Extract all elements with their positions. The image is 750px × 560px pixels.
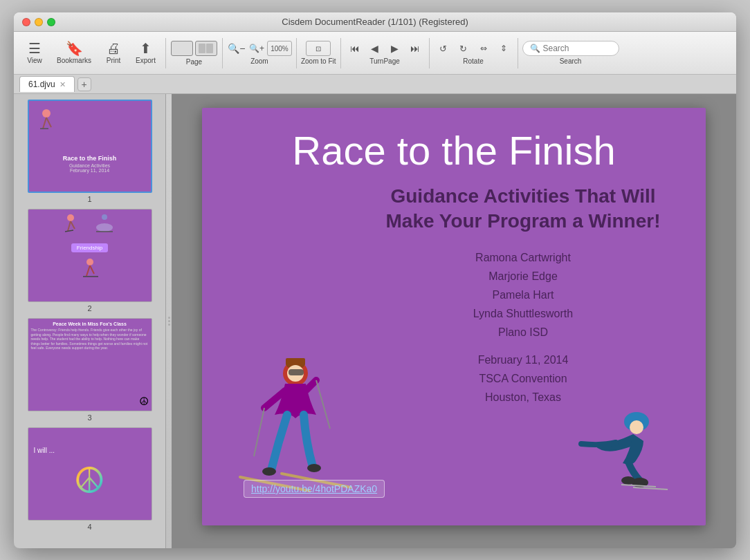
- zoom-out-button[interactable]: 🔍−: [227, 41, 246, 56]
- sidebar-resize-handle[interactable]: [166, 94, 172, 548]
- export-button[interactable]: ⬆ Export: [130, 39, 161, 67]
- rotate-label: Rotate: [463, 57, 483, 65]
- thumb2-bottom-icon: [76, 258, 104, 279]
- svg-point-4: [67, 214, 74, 221]
- toolbar: ☰ View 🔖 Bookmarks 🖨 Print ⬆ Export: [14, 32, 736, 75]
- separator-5: [429, 38, 430, 68]
- svg-point-31: [621, 476, 635, 485]
- two-page-button[interactable]: [195, 41, 217, 56]
- main-content: Race to the Finish Guidance Activities F…: [14, 94, 736, 548]
- thumb4-will-text: I will ...: [28, 447, 55, 454]
- thumb2-figure: [76, 258, 104, 281]
- thumb-frame-4: I will ... ☮: [28, 427, 152, 521]
- thumbnail-sidebar: Race to the Finish Guidance Activities F…: [14, 94, 166, 548]
- svg-line-6: [71, 221, 75, 229]
- search-box[interactable]: 🔍: [522, 41, 619, 56]
- file-tab[interactable]: 61.djvu ✕: [19, 76, 75, 92]
- svg-point-29: [630, 420, 643, 434]
- next-page-button[interactable]: ▶: [385, 41, 405, 56]
- prev-page-button[interactable]: ◀: [365, 41, 385, 56]
- thumb-number-4: 4: [87, 523, 91, 531]
- zoom-to-fit-label: Zoom to Fit: [301, 57, 336, 65]
- export-label: Export: [136, 57, 156, 64]
- separator-2: [222, 38, 223, 68]
- thumb4-peace-symbol: ☮: [73, 460, 106, 501]
- actual-size-button[interactable]: 100%: [267, 41, 292, 56]
- thumb2-icons: [64, 214, 116, 238]
- svg-line-23: [316, 380, 330, 429]
- close-button[interactable]: [22, 18, 30, 26]
- svg-line-1: [43, 118, 46, 129]
- svg-point-8: [102, 214, 107, 220]
- view-icon: ☰: [28, 41, 41, 55]
- skater-figure: [554, 408, 692, 512]
- turnpage-group: ⏮ ◀ ▶ ⏭ TurnPage: [345, 41, 425, 65]
- last-page-button[interactable]: ⏭: [405, 41, 425, 56]
- slide-content: Race to the Finish: [202, 108, 706, 525]
- search-input[interactable]: [543, 44, 612, 53]
- slide-body: Guidance Activities That Will Make Your …: [230, 184, 678, 512]
- thumbnail-4[interactable]: I will ... ☮ 4: [17, 427, 163, 531]
- separator-6: [518, 38, 518, 68]
- separator-1: [165, 38, 166, 68]
- thumb-number-3: 3: [87, 413, 91, 422]
- svg-point-25: [307, 464, 321, 472]
- zoom-to-fit-group: ⊡ Zoom to Fit: [301, 41, 336, 65]
- first-page-button[interactable]: ⏮: [345, 41, 365, 56]
- window-title: Cisdem DocumentReader (1/101) (Registere…: [282, 17, 468, 27]
- thumb1-skier-icon: [36, 108, 71, 136]
- separator-4: [340, 38, 341, 68]
- svg-line-32: [633, 487, 668, 489]
- thumb2-skier1-icon: [64, 214, 88, 238]
- svg-line-2: [46, 118, 51, 127]
- view-label: View: [27, 57, 42, 64]
- print-button[interactable]: 🖨 Print: [98, 39, 129, 67]
- thumb4-content: I will ... ☮: [28, 428, 152, 520]
- svg-line-13: [90, 265, 94, 274]
- rotate-cw-button[interactable]: ↻: [454, 41, 473, 56]
- flip-v-button[interactable]: ⇕: [494, 41, 513, 56]
- thumbnail-3[interactable]: Peace Week in Miss Fox's Class The Contr…: [17, 318, 163, 422]
- fit-page-button[interactable]: ⊡: [306, 41, 331, 56]
- add-tab-button[interactable]: +: [77, 77, 91, 91]
- svg-line-21: [306, 380, 316, 391]
- slide-date-info: February 11, 2014 TSCA Convention Housto…: [478, 351, 569, 407]
- maximize-button[interactable]: [47, 18, 55, 26]
- search-icon: 🔍: [530, 44, 540, 53]
- thumb-number-2: 2: [87, 304, 91, 312]
- export-icon: ⬆: [140, 41, 152, 55]
- single-page-button[interactable]: [171, 41, 193, 56]
- document-view: Race to the Finish: [172, 94, 736, 548]
- thumb-frame-3: Peace Week in Miss Fox's Class The Contr…: [28, 318, 152, 411]
- thumb1-content: Race to the Finish Guidance Activities F…: [29, 101, 151, 192]
- view-button[interactable]: ☰ View: [19, 39, 50, 67]
- drag-indicator: [168, 317, 170, 326]
- bookmarks-icon: 🔖: [66, 41, 83, 55]
- tab-bar: 61.djvu ✕ +: [14, 75, 736, 94]
- separator-3: [296, 38, 297, 68]
- bookmarks-button[interactable]: 🔖 Bookmarks: [51, 39, 97, 67]
- app-window: Cisdem DocumentReader (1/101) (Registere…: [14, 12, 736, 548]
- svg-rect-17: [286, 358, 305, 365]
- thumb-number-1: 1: [87, 195, 91, 203]
- svg-rect-19: [289, 369, 304, 375]
- thumbnail-1[interactable]: Race to the Finish Guidance Activities F…: [17, 100, 163, 203]
- search-label: Search: [560, 57, 582, 65]
- zoom-in-button[interactable]: 🔍+: [247, 41, 266, 56]
- window-controls: [22, 18, 55, 26]
- thumbnail-2[interactable]: Friendship 2: [17, 209, 163, 312]
- minimize-button[interactable]: [35, 18, 43, 26]
- slide-link[interactable]: http://youtu.be/4hotPDAZKa0: [244, 480, 385, 498]
- tab-close-button[interactable]: ✕: [60, 80, 66, 89]
- print-label: Print: [107, 57, 121, 64]
- svg-line-7: [65, 230, 73, 232]
- zoom-group: 🔍− 🔍+ 100% Zoom: [227, 41, 292, 65]
- flip-h-button[interactable]: ⇔: [474, 41, 493, 56]
- svg-line-5: [68, 221, 71, 231]
- svg-point-9: [96, 223, 113, 232]
- thumb1-text: Race to the Finish Guidance Activities F…: [63, 155, 117, 173]
- thumb2-label: Friendship: [71, 243, 108, 252]
- thumb3-title: Peace Week in Miss Fox's Class: [31, 321, 149, 326]
- slide-subtitle: Guidance Activities That Will Make Your …: [368, 184, 678, 234]
- rotate-ccw-button[interactable]: ↺: [434, 41, 453, 56]
